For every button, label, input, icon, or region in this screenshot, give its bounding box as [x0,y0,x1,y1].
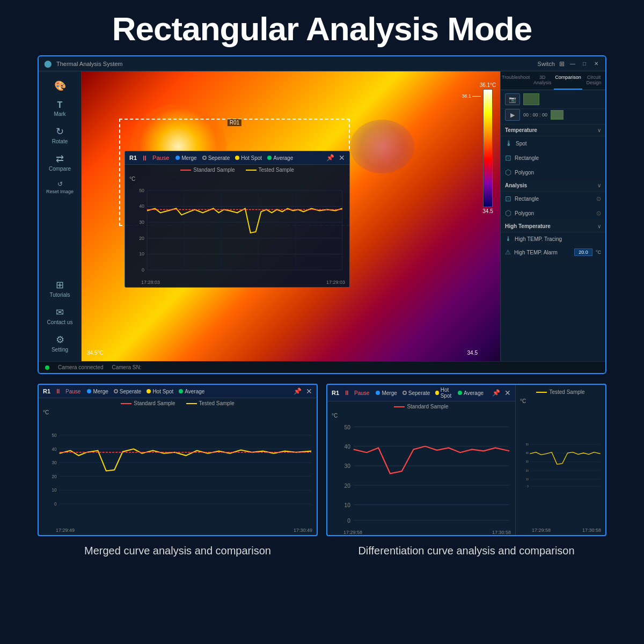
legend-standard-label: Standard Sample [193,167,235,173]
radio-separate[interactable]: Seperate [202,155,230,161]
bl-pause-icon: ⏸ [55,387,61,395]
time-labels: 17:28:03 17:29:03 [125,280,349,287]
br-l-pin[interactable]: 📌 [492,389,500,397]
camera-button[interactable]: 📷 [505,93,520,105]
sidebar-item-compare[interactable]: ⇄ Compare [39,149,81,176]
rect-settings-icon[interactable]: ⊙ [596,195,601,202]
svg-text:30: 30 [139,219,144,225]
bl-chart: 50 40 30 20 10 0 [39,416,317,528]
svg-text:30: 30 [526,460,529,463]
minimize-button[interactable]: — [569,60,576,68]
br-r-yellow-line [536,392,547,393]
br-r-svg: 50 40 30 20 10 0 [520,407,601,523]
sidebar-item-reset[interactable]: ↺ Reset Image [39,176,81,199]
sidebar-item-mark[interactable]: T Mark [39,96,81,121]
br-l-merge[interactable]: Merge [376,387,397,399]
alarm-icon: ⚠ [505,248,511,256]
bl-hotspot-label: Hot Spot [152,389,173,394]
rectangle-item[interactable]: ⊡ Rectangle [501,151,605,165]
app-name: Thermal Analysis System [56,61,122,67]
hotspot-dot [235,156,239,160]
br-r-leg-tested: Tested Sample [536,389,584,395]
contact-label: Contact us [47,319,73,325]
sidebar-item-setting[interactable]: ⚙ Setting [39,330,81,357]
br-r-chart: 50 40 30 20 10 0 [516,405,605,528]
alarm-label: High TEMP. Alarm [514,250,571,255]
spot-item[interactable]: 🌡 Spot [501,136,605,151]
video-button[interactable]: ▶ [505,109,520,121]
br-l-close[interactable]: ✕ [504,389,511,397]
bottom-captions: Merged curve analysis and comparison Dif… [38,536,606,560]
average-dot [267,156,272,160]
radio-merge[interactable]: Merge [175,155,196,161]
bl-radio-separate[interactable]: Seperate [114,389,142,394]
rect-analysis-item[interactable]: ⊡ Rectangle ⊙ [501,192,605,206]
sidebar: 🎨 T Mark ↻ Rotate ⇄ Compare ↺ Reset Imag… [39,71,82,361]
alarm-value-input[interactable] [574,248,592,256]
temp-section-header[interactable]: Temperature ∨ [501,125,605,136]
poly-analysis-item[interactable]: ⬡ Polygon ⊙ [501,206,605,221]
sidebar-item-color[interactable]: 🎨 [39,76,81,96]
svg-text:10: 10 [52,488,57,493]
app-icon: ⬤ [44,60,52,68]
br-r-times: 17:29:58 17:30:58 [516,528,605,535]
hightemp-chevron-icon: ∨ [597,223,601,229]
bl-merge-label: Merge [93,389,108,394]
radio-hotspot[interactable]: Hot Spot [235,155,262,161]
tab-troubleshoot[interactable]: Troubleshoot [501,71,531,90]
bl-close-button[interactable]: ✕ [306,387,312,396]
hightemp-tracing-item[interactable]: 🌡 High TEMP. Tracing [501,232,605,246]
hightemp-section-header[interactable]: High Temperature ∨ [501,221,605,232]
switch-label[interactable]: Switch [538,61,555,67]
close-button[interactable]: ✕ [592,60,600,68]
svg-text:0: 0 [347,518,350,524]
br-l-separate[interactable]: Seperate [402,387,430,399]
br-r-unit: °C [516,397,605,405]
br-l-merge-dot [376,391,380,395]
app-window: ⬤ Thermal Analysis System Switch ⊞ — □ ✕… [38,55,606,374]
chart-svg: 50 40 30 20 10 0 [129,185,345,275]
poly-settings-icon[interactable]: ⊙ [596,210,601,217]
br-l-time-start: 17:29:58 [343,530,362,535]
sidebar-item-contact[interactable]: ✉ Contact us [39,302,81,330]
page-title: Rectangular Analysis Mode [112,0,532,55]
maximize-button[interactable]: □ [581,60,588,68]
bl-pin-icon[interactable]: 📌 [294,387,302,395]
popup-close-button[interactable]: ✕ [339,153,345,162]
tab-comparison[interactable]: Comparison [554,71,582,90]
svg-text:10: 10 [139,251,144,257]
radio-average[interactable]: Average [267,155,293,161]
br-l-average[interactable]: Average [458,387,484,399]
popup-pause[interactable]: Pause [152,155,169,161]
bl-r1: R1 [43,388,50,394]
bl-radio-average[interactable]: Average [179,389,204,394]
rect-label: R01 [228,119,241,126]
hightemp-alarm-item[interactable]: ⚠ High TEMP. Alarm °C [501,246,605,259]
tracing-label: High TEMP. Tracing [515,236,601,242]
temp-high-label: 36.1°C [480,82,496,88]
tab-3d-analysis[interactable]: 3D Analysis [531,71,554,90]
analysis-section-header[interactable]: Analysis ∨ [501,180,605,192]
br-l-leg-std: Standard Sample [394,404,448,409]
temp-section-title: Temperature [505,127,537,133]
sidebar-item-tutorials[interactable]: ⊞ Tutorials [39,275,81,302]
bl-radio-merge[interactable]: Merge [87,389,108,394]
svg-text:40: 40 [52,447,57,452]
temp-low-label: 34.5 [482,208,493,214]
bl-separate-label: Seperate [120,389,142,394]
tab-circuit-design[interactable]: Circuit Design [582,71,605,90]
bl-time-start: 17:29:49 [56,528,75,533]
polygon-item[interactable]: ⬡ Polygon [501,165,605,180]
hotspot-label: Hot Spot [241,155,262,161]
sidebar-item-rotate[interactable]: ↻ Rotate [39,121,81,149]
br-l-hotspot[interactable]: Hot Spot [435,387,452,399]
pin-icon[interactable]: 📌 [326,154,334,162]
svg-text:30: 30 [52,460,57,465]
green-square-1 [523,93,539,105]
br-r-time-end: 17:30:58 [582,528,601,533]
bl-radio-hotspot[interactable]: Hot Spot [147,389,173,394]
mark-label: Mark [54,111,65,117]
svg-text:20: 20 [52,474,57,479]
svg-text:0: 0 [142,267,144,273]
title-bar-right: Switch ⊞ — □ ✕ [538,60,600,68]
